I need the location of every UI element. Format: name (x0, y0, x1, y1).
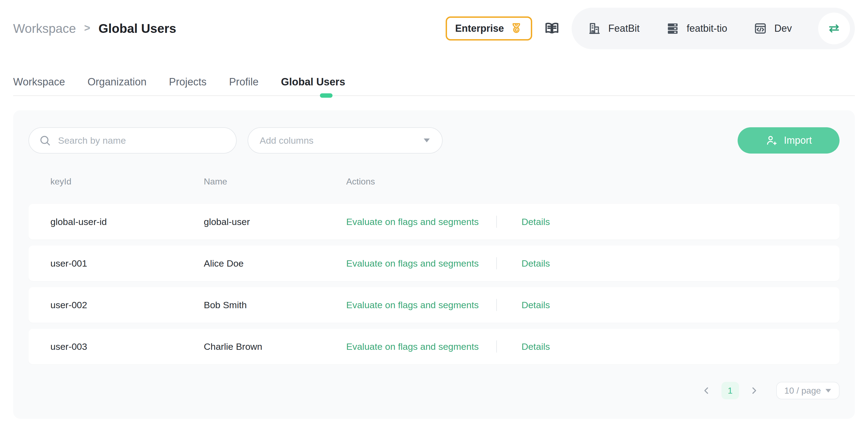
org-project-env-switcher: FeatBit (571, 8, 855, 49)
table-body: global-user-id global-user Evaluate on f… (29, 204, 839, 364)
details-link[interactable]: Details (522, 258, 550, 269)
add-columns-select[interactable]: Add columns (248, 127, 443, 154)
switch-environment-button[interactable] (818, 12, 850, 44)
tab-projects[interactable]: Projects (169, 75, 207, 88)
cell-actions: Evaluate on flags and segments Details (346, 216, 839, 228)
cell-actions: Evaluate on flags and segments Details (346, 299, 839, 311)
breadcrumb: Workspace > Global Users (13, 21, 176, 36)
evaluate-link[interactable]: Evaluate on flags and segments (346, 258, 479, 269)
person-add-icon (765, 134, 777, 146)
cell-actions: Evaluate on flags and segments Details (346, 257, 839, 269)
search-icon (39, 134, 51, 146)
details-link[interactable]: Details (522, 341, 550, 352)
tab-bar: WorkspaceOrganizationProjectsProfileGlob… (13, 75, 855, 88)
global-users-page: Workspace > Global Users Enterprise (0, 7, 868, 430)
caret-down-icon (424, 138, 430, 142)
environment-name: Dev (774, 23, 792, 34)
caret-down-icon (825, 389, 831, 393)
search-box[interactable] (29, 127, 237, 154)
cell-name: Charlie Brown (204, 341, 346, 352)
org-selector[interactable]: FeatBit (588, 22, 640, 35)
pagination: 1 10 / page (29, 382, 839, 399)
prev-page-button[interactable] (702, 386, 711, 395)
active-tab-indicator (320, 93, 333, 98)
medal-icon (510, 22, 523, 35)
cell-keyid: user-001 (51, 258, 204, 269)
page-number[interactable]: 1 (721, 382, 739, 399)
environment-selector[interactable]: Dev (753, 22, 792, 35)
table-row: user-003 Charlie Brown Evaluate on flags… (29, 329, 839, 364)
action-divider (496, 299, 497, 311)
evaluate-link[interactable]: Evaluate on flags and segments (346, 217, 479, 227)
cell-name: global-user (204, 217, 346, 227)
cell-name: Bob Smith (204, 300, 346, 310)
page-title: Global Users (98, 21, 176, 36)
details-link[interactable]: Details (522, 300, 550, 310)
cell-keyid: global-user-id (51, 217, 204, 227)
page-size-value: 10 / page (784, 386, 821, 396)
toolbar: Add columns Import (29, 127, 839, 154)
action-divider (496, 216, 497, 228)
breadcrumb-workspace[interactable]: Workspace (13, 21, 76, 36)
evaluate-link[interactable]: Evaluate on flags and segments (346, 300, 479, 310)
swap-arrows-icon (827, 21, 841, 36)
building-icon (588, 22, 601, 35)
tab-rail (13, 95, 855, 96)
tab-profile[interactable]: Profile (229, 75, 258, 88)
import-button-label: Import (784, 135, 812, 146)
action-divider (496, 257, 497, 269)
cell-actions: Evaluate on flags and segments Details (346, 340, 839, 353)
add-columns-placeholder: Add columns (260, 135, 314, 146)
tab-workspace[interactable]: Workspace (13, 75, 65, 88)
tab-organization[interactable]: Organization (87, 75, 146, 88)
import-button[interactable]: Import (738, 127, 839, 154)
cell-keyid: user-003 (51, 341, 204, 352)
cell-name: Alice Doe (204, 258, 346, 269)
next-page-button[interactable] (749, 386, 759, 395)
tab-global-users[interactable]: Global Users (281, 75, 345, 88)
code-window-icon (753, 22, 767, 35)
table-row: global-user-id global-user Evaluate on f… (29, 204, 839, 239)
org-name: FeatBit (608, 23, 640, 34)
evaluate-link[interactable]: Evaluate on flags and segments (346, 341, 479, 352)
top-bar: Workspace > Global Users Enterprise (0, 7, 868, 50)
plan-badge-label: Enterprise (455, 23, 504, 34)
server-stack-icon (666, 22, 680, 35)
table-row: user-002 Bob Smith Evaluate on flags and… (29, 287, 839, 323)
cell-keyid: user-002 (51, 300, 204, 310)
table-header: keyId Name Actions (29, 175, 839, 188)
search-input[interactable] (58, 135, 226, 146)
action-divider (496, 340, 497, 353)
column-header-keyid: keyId (51, 176, 204, 187)
settings-tab-bar: WorkspaceOrganizationProjectsProfileGlob… (0, 75, 868, 96)
breadcrumb-separator-icon: > (84, 22, 90, 34)
page-size-select[interactable]: 10 / page (776, 382, 839, 399)
enterprise-plan-badge[interactable]: Enterprise (446, 16, 532, 40)
top-bar-right: Enterprise (446, 8, 855, 49)
book-open-icon[interactable] (544, 21, 560, 36)
project-name: featbit-tio (687, 23, 727, 34)
column-header-name: Name (204, 176, 346, 187)
column-header-actions: Actions (346, 176, 839, 187)
project-selector[interactable]: featbit-tio (666, 22, 727, 35)
global-users-panel: Add columns Import keyId Name Actions gl… (13, 110, 855, 419)
table-row: user-001 Alice Doe Evaluate on flags and… (29, 245, 839, 281)
details-link[interactable]: Details (522, 217, 550, 227)
